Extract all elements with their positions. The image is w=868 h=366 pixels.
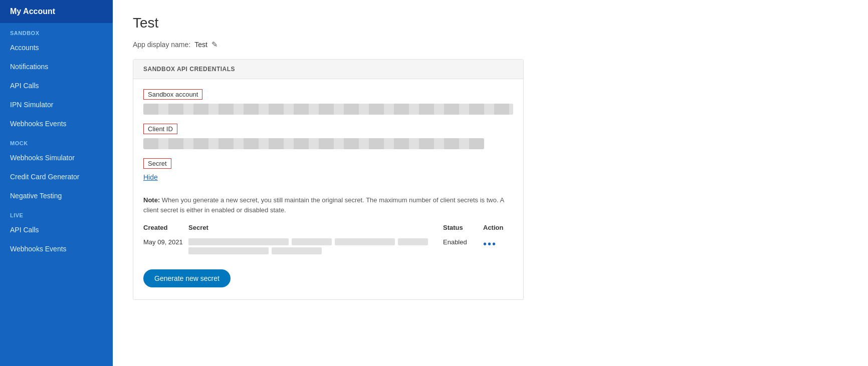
- sidebar-item-webhooks-events[interactable]: Webhooks Events: [0, 114, 113, 133]
- credentials-body: Sandbox account Client ID Secret Hide No…: [133, 79, 523, 299]
- app-display-name-row: App display name: Test ✎: [133, 40, 848, 49]
- edit-icon[interactable]: ✎: [211, 40, 218, 49]
- client-id-value: [143, 138, 484, 149]
- secret-section: Secret Hide: [143, 158, 513, 186]
- note-bold: Note:: [143, 196, 160, 204]
- sidebar-item-notifications[interactable]: Notifications: [0, 57, 113, 76]
- sidebar-item-negative-testing[interactable]: Negative Testing: [0, 186, 113, 205]
- col-header-status: Status: [443, 224, 483, 234]
- row-secret-value: [188, 234, 443, 258]
- sidebar-item-credit-card-generator[interactable]: Credit Card Generator: [0, 167, 113, 186]
- main-content: Test App display name: Test ✎ SANDBOX AP…: [113, 0, 868, 366]
- live-section-label: LIVE: [0, 207, 113, 220]
- status-badge: Enabled: [443, 238, 467, 246]
- col-header-created: Created: [143, 224, 188, 234]
- row-created: May 09, 2021: [143, 234, 188, 258]
- sandbox-account-section: Sandbox account: [143, 89, 513, 115]
- col-header-action: Action: [483, 224, 513, 234]
- secrets-table: Created Secret Status Action May 09, 202…: [143, 224, 513, 258]
- sidebar-item-live-webhooks-events[interactable]: Webhooks Events: [0, 239, 113, 258]
- sandbox-section-label: SANDBOX: [0, 25, 113, 38]
- row-status: Enabled: [443, 234, 483, 258]
- page-title: Test: [133, 15, 848, 31]
- note-text: Note: When you generate a new secret, yo…: [143, 195, 513, 215]
- table-row: May 09, 2021: [143, 234, 513, 258]
- action-menu-button[interactable]: •••: [483, 238, 497, 249]
- sidebar: My Account SANDBOX Accounts Notification…: [0, 0, 113, 366]
- mock-section-label: MOCK: [0, 135, 113, 148]
- note-body: When you generate a new secret, you stil…: [143, 196, 504, 214]
- sandbox-account-label: Sandbox account: [143, 89, 202, 100]
- sidebar-item-accounts[interactable]: Accounts: [0, 38, 113, 57]
- sidebar-item-ipn-simulator[interactable]: IPN Simulator: [0, 95, 113, 114]
- col-header-secret: Secret: [188, 224, 443, 234]
- client-id-label: Client ID: [143, 124, 177, 134]
- sidebar-my-account[interactable]: My Account: [0, 0, 113, 23]
- hide-link[interactable]: Hide: [143, 173, 158, 181]
- client-id-section: Client ID: [143, 124, 513, 149]
- generate-new-secret-button[interactable]: Generate new secret: [143, 269, 231, 287]
- credentials-card: SANDBOX API CREDENTIALS Sandbox account …: [133, 59, 524, 300]
- secret-label: Secret: [143, 158, 171, 169]
- sidebar-item-api-calls[interactable]: API Calls: [0, 76, 113, 95]
- sandbox-account-value: [143, 104, 513, 115]
- sidebar-item-webhooks-simulator[interactable]: Webhooks Simulator: [0, 148, 113, 167]
- app-display-name-value: Test: [194, 41, 207, 49]
- credentials-header: SANDBOX API CREDENTIALS: [133, 60, 523, 79]
- app-display-name-label: App display name:: [133, 41, 190, 49]
- sidebar-item-live-api-calls[interactable]: API Calls: [0, 220, 113, 239]
- row-action: •••: [483, 234, 513, 258]
